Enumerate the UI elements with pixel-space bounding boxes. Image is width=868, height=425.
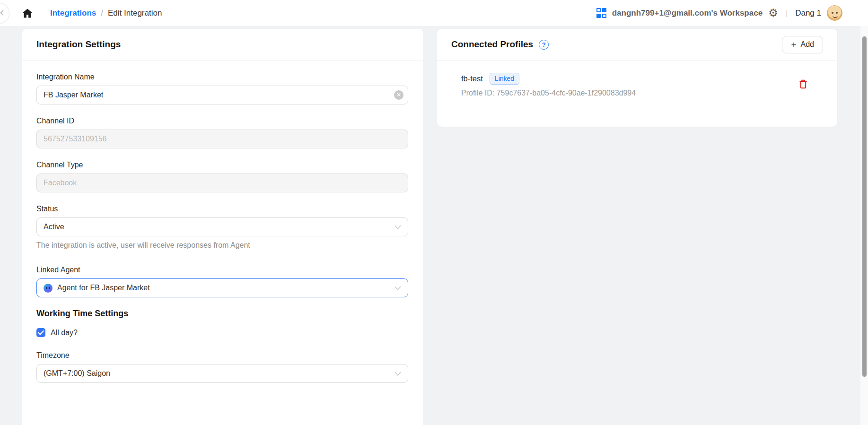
status-select-value: Active: [44, 223, 64, 231]
workspace-settings-gear-icon[interactable]: ⚙: [768, 8, 778, 18]
chevron-down-icon: [395, 286, 401, 290]
connected-profiles-card: Connected Profiles ? + Add fb-test Linke…: [437, 29, 837, 127]
channel-type-label: Channel Type: [36, 161, 409, 169]
connected-profiles-header: Connected Profiles ? + Add: [437, 29, 837, 61]
timezone-select-value: (GMT+7:00) Saigon: [44, 369, 110, 378]
chevron-left-icon: [0, 10, 5, 15]
all-day-checkbox[interactable]: [36, 328, 45, 337]
working-time-settings-title: Working Time Settings: [36, 309, 409, 319]
integration-name-label: Integration Name: [36, 73, 409, 81]
sidebar-collapse-button[interactable]: [0, 3, 9, 24]
field-integration-name: Integration Name ✕: [36, 73, 409, 104]
add-button-label: Add: [801, 40, 814, 49]
top-bar-right: dangnh799+1@gmail.com's Workspace ⚙ | Da…: [596, 0, 842, 26]
field-channel-type: Channel Type: [36, 161, 409, 192]
scrollbar-track: [860, 26, 868, 425]
linked-agent-label: Linked Agent: [36, 266, 409, 274]
integration-settings-title: Integration Settings: [36, 39, 121, 50]
connected-profiles-title: Connected Profiles: [451, 39, 533, 50]
profile-name: fb-test: [461, 74, 483, 83]
workspace-name[interactable]: dangnh799+1@gmail.com's Workspace: [612, 9, 763, 18]
header-divider: |: [784, 9, 789, 18]
home-icon: [22, 8, 33, 19]
top-bar: Integrations / Edit Integration dangnh79…: [0, 0, 868, 26]
integration-settings-header: Integration Settings: [22, 29, 423, 61]
linked-agent-select-value: Agent for FB Jasper Market: [57, 284, 150, 292]
profile-id: Profile ID: 759c7637-ba05-4cfc-90ae-1f29…: [461, 89, 807, 97]
chevron-down-icon: [395, 372, 401, 376]
all-day-checkbox-row[interactable]: All day?: [36, 328, 409, 337]
app-screen: Integrations / Edit Integration dangnh79…: [0, 0, 868, 425]
status-label: Status: [36, 205, 409, 213]
field-timezone: Timezone (GMT+7:00) Saigon: [36, 351, 409, 383]
user-name: Dang 1: [795, 9, 821, 18]
status-help-text: The integration is active, user will rec…: [36, 241, 409, 250]
clear-input-icon[interactable]: ✕: [394, 90, 403, 100]
timezone-select[interactable]: (GMT+7:00) Saigon: [36, 364, 408, 383]
linked-agent-select[interactable]: Agent for FB Jasper Market: [36, 278, 408, 297]
linked-status-badge: Linked: [490, 73, 519, 85]
all-day-label: All day?: [51, 329, 78, 337]
agent-avatar-icon: [44, 284, 53, 293]
trash-icon: [798, 78, 809, 90]
workspace-grid-icon: [596, 8, 606, 18]
field-channel-id: Channel ID: [36, 117, 409, 148]
user-avatar[interactable]: [827, 5, 842, 21]
breadcrumb-current: Edit Integration: [108, 9, 162, 18]
delete-profile-button[interactable]: [798, 78, 809, 90]
field-status: Status Active: [36, 205, 409, 236]
breadcrumb-separator: /: [101, 9, 103, 18]
scrollbar-thumb[interactable]: [862, 36, 867, 377]
field-linked-agent: Linked Agent Agent for FB Jasper Market: [36, 266, 409, 297]
channel-type-input: [36, 173, 408, 192]
status-select[interactable]: Active: [36, 217, 408, 236]
timezone-label: Timezone: [36, 351, 409, 360]
channel-id-input: [36, 130, 408, 148]
page-content: Integration Settings Integration Name ✕ …: [0, 26, 868, 425]
home-button[interactable]: [22, 7, 34, 19]
add-profile-button[interactable]: + Add: [782, 36, 823, 53]
integration-name-input[interactable]: [36, 86, 408, 104]
profile-row: fb-test Linked Profile ID: 759c7637-ba05…: [437, 61, 837, 97]
plus-icon: +: [791, 40, 796, 49]
breadcrumb-integrations[interactable]: Integrations: [50, 9, 96, 18]
breadcrumb: Integrations / Edit Integration: [50, 9, 162, 18]
integration-settings-form: Integration Name ✕ Channel ID Channel Ty…: [22, 61, 423, 383]
help-icon[interactable]: ?: [539, 40, 549, 50]
integration-settings-card: Integration Settings Integration Name ✕ …: [22, 29, 423, 425]
channel-id-label: Channel ID: [36, 117, 409, 125]
chevron-down-icon: [395, 225, 401, 229]
